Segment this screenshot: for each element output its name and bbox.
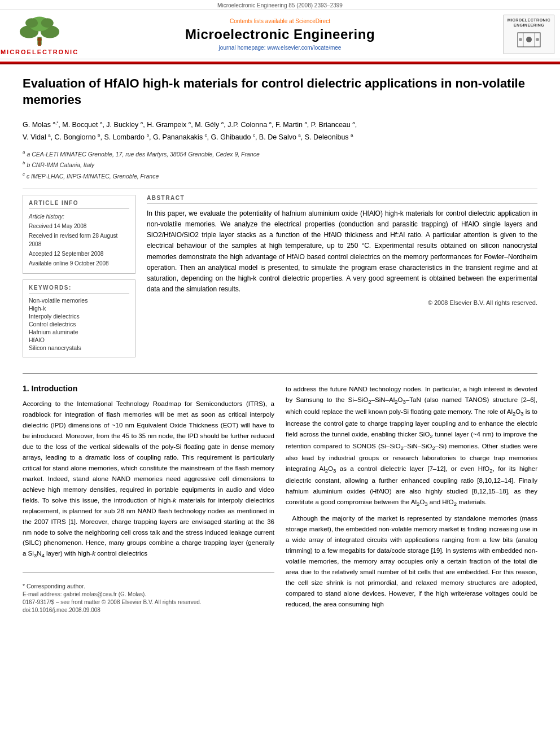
history-accepted: Accepted 12 September 2008 — [29, 250, 129, 258]
affil-b: b b CNR-IMM Catania, Italy — [23, 160, 537, 169]
svg-point-12 — [519, 38, 522, 41]
section-heading: 1. Introduction — [23, 384, 274, 393]
elsevier-logo-area: MICROELECTRONIC — [6, 14, 73, 55]
me-logo-box: MICROELECTRONIC ENGINEERING — [504, 15, 554, 54]
article-info-abstract-row: Article info Article history: Received 1… — [23, 195, 537, 363]
affiliations: a a CEA-LETI MINATEC Grenoble, 17, rue d… — [23, 149, 537, 181]
journal-top-bar: Microelectronic Engineering 85 (2008) 23… — [0, 0, 560, 10]
affil-a: a a CEA-LETI MINATEC Grenoble, 17, rue d… — [23, 149, 537, 159]
elsevier-tree-icon — [17, 14, 62, 47]
elsevier-logo: MICROELECTRONIC — [6, 14, 73, 55]
history-revised: Received in revised form 28 August 2008 — [29, 231, 129, 248]
corresponding-note: * Corresponding author. — [23, 583, 274, 589]
svg-point-5 — [41, 18, 54, 28]
journal-banner: MICROELECTRONIC Contents lists available… — [0, 10, 560, 59]
keyword-0: Non-volatile memories — [29, 297, 129, 304]
abstract-column: Abstract In this paper, we evaluate the … — [147, 195, 537, 363]
affil-c: c c IMEP-LHAC, INPG-MINATEC, Grenoble, F… — [23, 171, 537, 181]
abstract-title: Abstract — [147, 195, 537, 204]
keywords-box: Keywords: Non-volatile memories High-k I… — [23, 279, 135, 357]
svg-point-11 — [526, 37, 532, 42]
me-logo-area: MICROELECTRONIC ENGINEERING — [487, 15, 554, 54]
doi-note: doi:10.1016/j.mee.2008.09.008 — [23, 607, 274, 613]
elsevier-brand-text: MICROELECTRONIC — [1, 49, 78, 55]
copyright-note: 0167-9317/$ – see front matter © 2008 El… — [23, 599, 274, 605]
keywords-title: Keywords: — [29, 285, 129, 294]
intro-col-right: to address the future NAND technology no… — [286, 384, 537, 615]
history-label: Article history: — [29, 213, 129, 220]
journal-homepage: journal homepage: www.elsevier.com/locat… — [73, 45, 487, 51]
intro-para-right-2: Although the majority of the market is r… — [286, 513, 537, 610]
keyword-4: Hafnium aluminate — [29, 329, 129, 335]
main-content: Evaluation of HfAlO high-k materials for… — [0, 64, 560, 626]
svg-point-13 — [536, 38, 539, 41]
journal-banner-center: Contents lists available at ScienceDirec… — [73, 18, 487, 51]
history-online: Available online 9 October 2008 — [29, 259, 129, 268]
svg-point-6 — [37, 37, 41, 41]
journal-title: Microelectronic Engineering — [73, 27, 487, 42]
svg-rect-7 — [38, 42, 41, 46]
svg-point-4 — [25, 18, 38, 28]
article-history-box: Article info Article history: Received 1… — [23, 195, 135, 274]
keyword-5: HfAlO — [29, 337, 129, 343]
abstract-copyright: © 2008 Elsevier B.V. All rights reserved… — [147, 299, 537, 306]
journal-header: Microelectronic Engineering 85 (2008) 23… — [0, 0, 560, 63]
sciencedirect-name[interactable]: ScienceDirect — [295, 18, 330, 24]
intro-text-left: According to the International Technolog… — [23, 399, 274, 561]
me-logo-icon — [515, 30, 543, 50]
keyword-6: Silicon nanocrystals — [29, 344, 129, 351]
authors: G. Molas a,*, M. Bocquet a, J. Buckley a… — [23, 119, 537, 143]
section-separator-top — [23, 189, 537, 189]
article-title: Evaluation of HfAlO high-k materials for… — [23, 76, 537, 111]
abstract-text: In this paper, we evaluate the potential… — [147, 208, 537, 295]
journal-citation: Microelectronic Engineering 85 (2008) 23… — [217, 2, 343, 8]
intro-col-left: 1. Introduction According to the Interna… — [23, 384, 274, 615]
email-note: E-mail address: gabriel.molas@cea.fr (G.… — [23, 591, 274, 597]
keyword-2: Interpoly dielectrics — [29, 313, 129, 320]
intro-text-right: to address the future NAND technology no… — [286, 384, 537, 610]
introduction-section: 1. Introduction According to the Interna… — [23, 384, 537, 615]
authors-line2: V. Vidal a, C. Bongiorno b, S. Lombardo … — [23, 132, 537, 143]
authors-line1: G. Molas a,*, M. Bocquet a, J. Buckley a… — [23, 119, 537, 131]
sciencedirect-link: Contents lists available at ScienceDirec… — [73, 18, 487, 24]
body-section-divider — [23, 373, 537, 374]
footer-note: * Corresponding author. E-mail address: … — [23, 572, 274, 613]
history-received: Received 14 May 2008 — [29, 222, 129, 230]
intro-para-left-1: According to the International Technolog… — [23, 399, 274, 561]
keyword-3: Control dielectrics — [29, 321, 129, 327]
keyword-1: High-k — [29, 305, 129, 312]
article-info-column: Article info Article history: Received 1… — [23, 195, 135, 363]
intro-para-right-1: to address the future NAND technology no… — [286, 384, 537, 509]
article-info-title: Article info — [29, 200, 129, 209]
